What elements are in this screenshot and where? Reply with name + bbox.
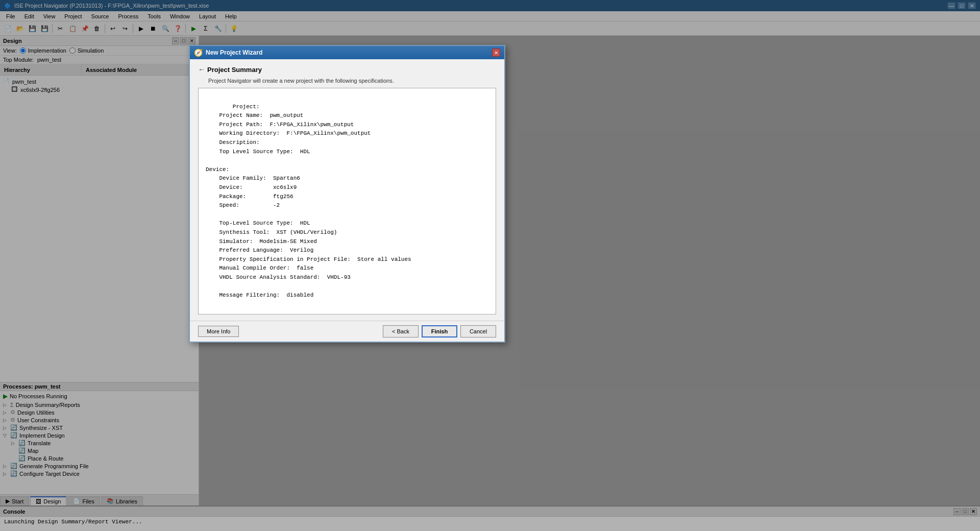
wizard-icon: 🧭 [194,49,203,57]
summary-title: Project Summary [207,66,262,74]
modal-title-left: 🧭 New Project Wizard [194,49,262,57]
modal-footer: More Info < Back Finish Cancel [190,321,504,342]
modal-footer-right: < Back Finish Cancel [383,325,496,337]
project-summary-header: ← Project Summary [198,65,496,74]
modal-title-bar: 🧭 New Project Wizard ✕ [190,46,504,59]
modal-body: ← Project Summary Project Navigator will… [190,59,504,321]
project-info-text: Project: Project Name: pwm_output Projec… [206,104,411,298]
summary-subtitle: Project Navigator will create a new proj… [208,78,496,84]
modal-overlay: 🧭 New Project Wizard ✕ ← Project Summary… [0,0,980,531]
modal-title-text: New Project Wizard [206,49,262,56]
back-button[interactable]: < Back [383,325,419,337]
project-info-box: Project: Project Name: pwm_output Projec… [198,88,496,315]
back-arrow-icon: ← [198,65,205,74]
cancel-button[interactable]: Cancel [460,325,496,337]
more-info-button[interactable]: More Info [198,326,239,337]
finish-button[interactable]: Finish [422,325,457,337]
new-project-wizard-dialog: 🧭 New Project Wizard ✕ ← Project Summary… [189,45,505,343]
modal-close-button[interactable]: ✕ [492,49,500,57]
